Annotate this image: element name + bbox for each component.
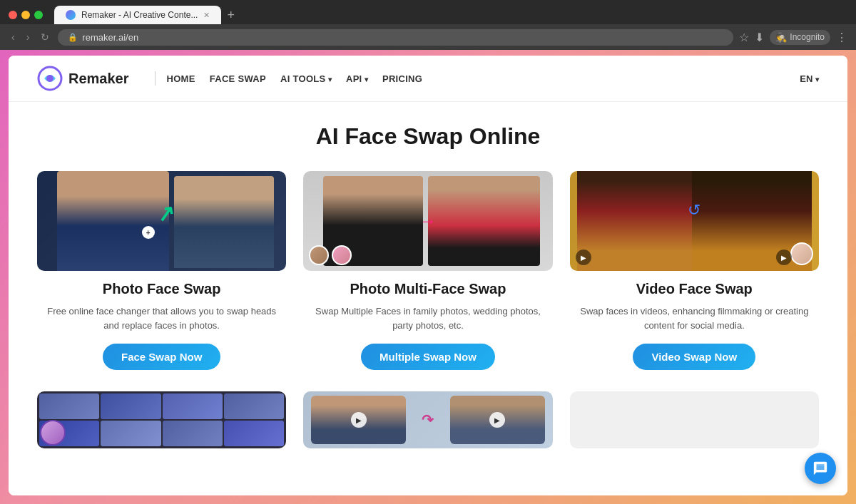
- browser-nav-right: ☆ ⬇ 🕵 Incognito ⋮: [739, 30, 847, 45]
- face-circle-1: [309, 245, 329, 265]
- tab-title: Remaker - AI Creative Conte...: [81, 10, 198, 20]
- bookmark-icon[interactable]: ☆: [739, 31, 749, 44]
- gs-item-8: [224, 421, 284, 446]
- back-button[interactable]: ‹: [9, 29, 18, 46]
- group-swap-img: [37, 391, 286, 448]
- logo-icon: [37, 66, 63, 91]
- browser-window: Remaker HOME FACE SWAP AI TOOLS API PRIC…: [9, 56, 847, 495]
- site-nav: Remaker HOME FACE SWAP AI TOOLS API PRIC…: [9, 56, 847, 102]
- feature-cards-grid: ↗ + Photo Face Swap Free online face cha…: [37, 171, 819, 370]
- card-bottom-3: [570, 391, 819, 448]
- small-face-ww: [790, 242, 813, 265]
- nav-face-swap[interactable]: FACE SWAP: [210, 73, 266, 84]
- card-desc-1: Free online face changer that allows you…: [37, 304, 286, 332]
- card-photo-face-swap: ↗ + Photo Face Swap Free online face cha…: [37, 171, 286, 370]
- close-window-button[interactable]: [9, 11, 17, 19]
- play-btn-left[interactable]: ▶: [351, 412, 367, 428]
- incognito-icon: 🕵: [775, 32, 787, 43]
- nav-ai-tools[interactable]: AI TOOLS: [280, 73, 332, 84]
- browser-chrome: Remaker - AI Creative Conte... ✕ + ‹ › ↻…: [0, 0, 856, 50]
- window-controls: [9, 11, 43, 19]
- card-video-face-swap: ↺ ▶ ▶ Video Face Swap Swap faces in vide…: [570, 171, 819, 370]
- nav-divider: [155, 71, 156, 86]
- tab-favicon-icon: [66, 10, 76, 20]
- face-swap-img: ↗ +: [37, 171, 286, 271]
- couple-after-img: [428, 176, 540, 266]
- play-indicator-right: ▶: [776, 250, 792, 265]
- video-face-img: ↺ ▶ ▶: [570, 171, 819, 271]
- language-selector[interactable]: EN ▾: [800, 73, 819, 84]
- maximize-window-button[interactable]: [34, 11, 43, 19]
- card-multi-face-swap: → Photo Multi-Face Swap Swap Multiple Fa…: [303, 171, 552, 370]
- nav-pricing[interactable]: PRICING: [382, 73, 422, 84]
- incognito-badge: 🕵 Incognito: [770, 30, 830, 45]
- bottom-cards-grid: ▶ ↷ ▶: [37, 391, 819, 448]
- main-content: AI Face Swap Online ↗ + Photo Face Swap …: [9, 102, 847, 495]
- download-icon[interactable]: ⬇: [755, 31, 764, 44]
- gs-main-face: [40, 420, 66, 446]
- svg-point-1: [46, 75, 54, 82]
- card-image-photo-face-swap: ↗ +: [37, 171, 286, 271]
- card-desc-2: Swap Multiple Faces in family photos, we…: [303, 304, 552, 332]
- menu-icon[interactable]: ⋮: [836, 31, 847, 44]
- card-title-2: Photo Multi-Face Swap: [350, 281, 506, 297]
- tab-bar: Remaker - AI Creative Conte... ✕ +: [0, 0, 856, 24]
- incognito-label: Incognito: [790, 32, 825, 42]
- card-image-bottom-2: ▶ ↷ ▶: [303, 391, 552, 448]
- plus-icon: +: [142, 226, 155, 239]
- site-logo[interactable]: Remaker: [37, 66, 129, 91]
- face-circle-2: [332, 245, 352, 265]
- gs-item-7: [163, 421, 223, 446]
- gs-item-6: [101, 421, 160, 446]
- gs-item-3: [163, 394, 223, 419]
- forward-button[interactable]: ›: [24, 29, 33, 46]
- card-image-bottom-3: [570, 391, 819, 448]
- card-image-multi-face-swap: →: [303, 171, 552, 271]
- card-desc-3: Swap faces in videos, enhancing filmmaki…: [570, 304, 819, 332]
- nav-api[interactable]: API: [346, 73, 368, 84]
- address-bar[interactable]: 🔒 remaker.ai/en: [58, 29, 733, 46]
- pink-arrow-bottom-icon: ↷: [422, 411, 434, 428]
- gs-item-4: [224, 394, 284, 419]
- tab-close-icon[interactable]: ✕: [203, 11, 210, 20]
- card-title-1: Photo Face Swap: [103, 281, 221, 297]
- person-right-img: [174, 176, 274, 268]
- video-pair-img: ▶ ↷ ▶: [303, 391, 552, 448]
- new-tab-button[interactable]: +: [227, 8, 235, 23]
- nav-links: HOME FACE SWAP AI TOOLS API PRICING: [167, 73, 423, 84]
- nav-home[interactable]: HOME: [167, 73, 195, 84]
- card-image-video-face-swap: ↺ ▶ ▶: [570, 171, 819, 271]
- vp-person-left: ▶: [311, 396, 406, 444]
- page-title: AI Face Swap Online: [37, 123, 819, 150]
- play-btn-right[interactable]: ▶: [489, 412, 505, 428]
- active-tab[interactable]: Remaker - AI Creative Conte... ✕: [54, 6, 221, 24]
- multiple-swap-now-button[interactable]: Multiple Swap Now: [361, 344, 495, 370]
- gs-item-2: [101, 394, 160, 419]
- card-title-3: Video Face Swap: [636, 281, 753, 297]
- blue-arrow-icon: ↺: [688, 201, 700, 220]
- multi-face-img: →: [303, 171, 552, 271]
- chat-icon: [812, 461, 828, 476]
- card-bottom-2: ▶ ↷ ▶: [303, 391, 552, 448]
- face-circles: [309, 245, 352, 265]
- card-image-bottom-1: [37, 391, 286, 448]
- gs-item-1: [39, 394, 99, 419]
- url-text: remaker.ai/en: [82, 32, 138, 43]
- chat-bubble-button[interactable]: [805, 453, 836, 484]
- green-arrow-icon: ↗: [155, 200, 177, 227]
- minimize-window-button[interactable]: [21, 11, 30, 19]
- person-left-img: [57, 171, 169, 271]
- vp-person-right: ▶: [450, 396, 545, 444]
- video-swap-now-button[interactable]: Video Swap Now: [633, 344, 755, 370]
- card-bottom-1: [37, 391, 286, 448]
- address-bar-row: ‹ › ↻ 🔒 remaker.ai/en ☆ ⬇ 🕵 Incognito ⋮: [0, 24, 856, 50]
- logo-text: Remaker: [68, 71, 129, 87]
- play-indicator-left: ▶: [576, 250, 591, 265]
- face-swap-now-button[interactable]: Face Swap Now: [103, 344, 220, 370]
- ww-before-img: [577, 171, 697, 271]
- reload-button[interactable]: ↻: [38, 29, 52, 46]
- pink-arrow-icon: →: [419, 211, 437, 231]
